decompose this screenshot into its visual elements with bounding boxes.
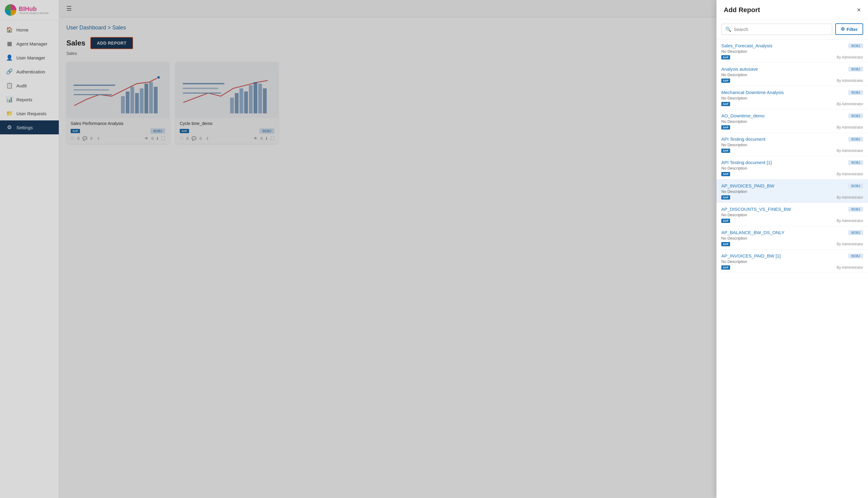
report-item-top: AP_INVOICES_PAID_BW BOBJ <box>721 183 863 188</box>
sap-logo: SAP <box>721 102 730 106</box>
report-item-top: Mechanical Downtime Analysis BOBJ <box>721 90 863 95</box>
report-list-item[interactable]: API Testing document BOBJ No Description… <box>717 133 868 156</box>
report-item-badge: BOBJ <box>848 230 863 235</box>
by-admin: By Administrator <box>837 265 863 270</box>
sap-logo: SAP <box>721 195 730 199</box>
report-item-name: API Testing document <box>721 136 765 142</box>
sap-logo: SAP <box>721 219 730 223</box>
report-item-top: AP_BALANCE_BW_DS_ONLY BOBJ <box>721 230 863 235</box>
report-item-bottom: SAP By Administrator <box>721 79 863 83</box>
search-input[interactable] <box>734 27 828 32</box>
report-item-badge: BOBJ <box>848 114 863 118</box>
report-item-bottom: SAP By Administrator <box>721 172 863 176</box>
report-item-desc: No Description <box>721 259 863 264</box>
report-item-badge: BOBJ <box>848 160 863 165</box>
panel-title: Add Report <box>724 6 760 14</box>
report-item-name: Sales_Forecast_Analysis <box>721 43 772 48</box>
report-list-item[interactable]: AP_BALANCE_BW_DS_ONLY BOBJ No Descriptio… <box>717 226 868 250</box>
report-item-top: API Testing document [1] BOBJ <box>721 160 863 165</box>
sap-logo: SAP <box>721 55 730 60</box>
by-admin: By Administrator <box>837 242 863 246</box>
report-item-bottom: SAP By Administrator <box>721 102 863 106</box>
sap-logo: SAP <box>721 242 730 246</box>
report-item-name: AP_INVOICES_PAID_BW [1] <box>721 253 781 258</box>
report-item-bottom: SAP By Administrator <box>721 55 863 60</box>
report-list-item[interactable]: Analysis autosave BOBJ No Description SA… <box>717 63 868 86</box>
report-item-top: API Testing document BOBJ <box>721 136 863 142</box>
report-item-badge: BOBJ <box>848 207 863 212</box>
report-item-desc: No Description <box>721 73 863 77</box>
report-item-bottom: SAP By Administrator <box>721 195 863 199</box>
report-list: Sales_Forecast_Analysis BOBJ No Descript… <box>717 39 868 498</box>
sap-logo: SAP <box>721 148 730 153</box>
report-list-item[interactable]: Mechanical Downtime Analysis BOBJ No Des… <box>717 86 868 109</box>
report-item-top: Analysis autosave BOBJ <box>721 66 863 71</box>
by-admin: By Administrator <box>837 79 863 83</box>
search-icon: 🔍 <box>725 26 731 32</box>
report-item-top: AO_Downtime_demo BOBJ <box>721 113 863 118</box>
report-item-badge: BOBJ <box>848 67 863 71</box>
report-item-bottom: SAP By Administrator <box>721 125 863 130</box>
filter-button[interactable]: ⚙ Filter <box>835 23 863 35</box>
report-list-item[interactable]: AP_INVOICES_PAID_BW BOBJ No Description … <box>717 180 868 203</box>
report-item-name: AP_BALANCE_BW_DS_ONLY <box>721 230 784 235</box>
by-admin: By Administrator <box>837 125 863 130</box>
report-item-name: API Testing document [1] <box>721 160 772 165</box>
report-item-badge: BOBJ <box>848 90 863 95</box>
filter-icon: ⚙ <box>841 26 845 32</box>
report-item-name: AO_Downtime_demo <box>721 113 765 118</box>
by-admin: By Administrator <box>837 55 863 60</box>
report-item-name: AP_INVOICES_PAID_BW <box>721 183 774 188</box>
sap-logo: SAP <box>721 265 730 270</box>
filter-label: Filter <box>846 27 858 32</box>
report-item-badge: BOBJ <box>848 43 863 48</box>
by-admin: By Administrator <box>837 219 863 223</box>
search-box: 🔍 <box>721 24 832 35</box>
report-item-name: Analysis autosave <box>721 66 758 71</box>
sap-logo: SAP <box>721 172 730 176</box>
add-report-panel: Add Report × 🔍 ⚙ Filter Sales_Forecast_A… <box>717 0 868 498</box>
report-list-item[interactable]: AP_INVOICES_PAID_BW [1] BOBJ No Descript… <box>717 250 868 273</box>
report-item-bottom: SAP By Administrator <box>721 242 863 246</box>
report-list-item[interactable]: Sales_Forecast_Analysis BOBJ No Descript… <box>717 39 868 63</box>
report-list-item[interactable]: AO_Downtime_demo BOBJ No Description SAP… <box>717 109 868 133</box>
report-list-item[interactable]: API Testing document [1] BOBJ No Descrip… <box>717 156 868 180</box>
report-item-badge: BOBJ <box>848 137 863 142</box>
report-item-top: Sales_Forecast_Analysis BOBJ <box>721 43 863 48</box>
report-item-name: Mechanical Downtime Analysis <box>721 90 784 95</box>
sap-logo: SAP <box>721 79 730 83</box>
by-admin: By Administrator <box>837 172 863 176</box>
report-item-badge: BOBJ <box>848 183 863 188</box>
by-admin: By Administrator <box>837 102 863 106</box>
report-item-desc: No Description <box>721 49 863 54</box>
search-row: 🔍 ⚙ Filter <box>717 19 868 39</box>
sap-logo: SAP <box>721 125 730 130</box>
report-item-badge: BOBJ <box>848 253 863 258</box>
report-item-desc: No Description <box>721 213 863 217</box>
report-item-top: AP_DISCOUNTS_VS_FINES_BW BOBJ <box>721 207 863 212</box>
report-list-item[interactable]: AP_DISCOUNTS_VS_FINES_BW BOBJ No Descrip… <box>717 203 868 226</box>
report-item-bottom: SAP By Administrator <box>721 265 863 270</box>
report-item-desc: No Description <box>721 166 863 170</box>
close-button[interactable]: × <box>857 7 861 13</box>
report-item-bottom: SAP By Administrator <box>721 148 863 153</box>
report-item-desc: No Description <box>721 236 863 240</box>
panel-header: Add Report × <box>717 0 868 19</box>
report-item-bottom: SAP By Administrator <box>721 219 863 223</box>
report-item-desc: No Description <box>721 189 863 194</box>
report-item-desc: No Description <box>721 143 863 147</box>
by-admin: By Administrator <box>837 195 863 199</box>
report-item-desc: No Description <box>721 119 863 124</box>
report-item-top: AP_INVOICES_PAID_BW [1] BOBJ <box>721 253 863 258</box>
report-item-desc: No Description <box>721 96 863 101</box>
by-admin: By Administrator <box>837 148 863 153</box>
modal-overlay: Add Report × 🔍 ⚙ Filter Sales_Forecast_A… <box>0 0 868 498</box>
report-item-name: AP_DISCOUNTS_VS_FINES_BW <box>721 207 791 212</box>
